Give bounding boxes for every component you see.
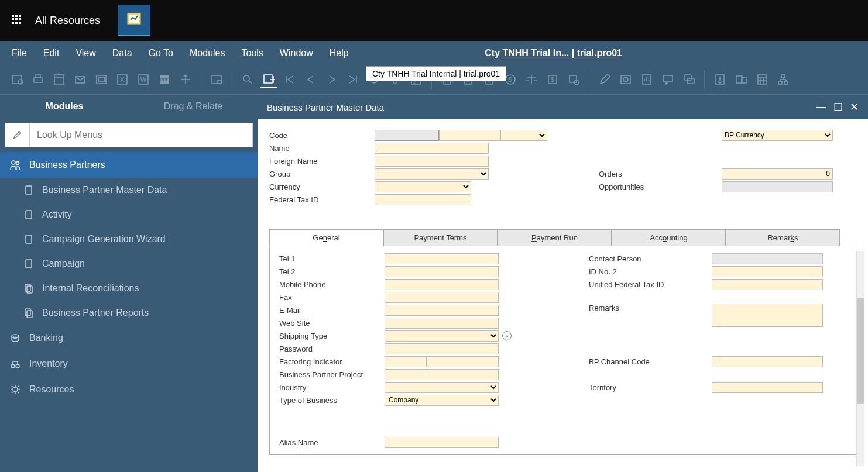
nav-item-bp-reports[interactable]: Business Partner Reports <box>0 301 258 325</box>
toolbar-money2-icon[interactable]: $ <box>544 71 561 88</box>
input-factoring-1[interactable] <box>385 356 427 367</box>
menu-edit[interactable]: Edit <box>43 48 60 58</box>
maximize-icon[interactable]: ☐ <box>833 101 843 113</box>
nav-item-campaign-wizard[interactable]: Campaign Generation Wizard <box>0 227 258 251</box>
toolbar-tree-icon[interactable] <box>775 71 791 88</box>
toolbar-search2-icon[interactable] <box>565 71 582 88</box>
menu-help[interactable]: Help <box>330 48 349 58</box>
menu-tools[interactable]: Tools <box>241 48 263 58</box>
input-unified-tax[interactable] <box>712 279 823 290</box>
input-tel2[interactable] <box>385 266 499 277</box>
toolbar-next-icon[interactable] <box>324 71 340 88</box>
input-tel1[interactable] <box>385 253 499 264</box>
toolbar-edit-icon[interactable] <box>596 71 613 88</box>
toolbar-first-icon[interactable] <box>282 71 298 88</box>
shipping-indicator-icon[interactable]: ≡ <box>502 331 512 340</box>
toolbar-pdf-icon[interactable]: PDF <box>156 71 173 88</box>
tab-general[interactable]: General <box>269 229 383 246</box>
nav-item-bp-master-data[interactable]: Business Partner Master Data <box>0 178 258 202</box>
nav-item-campaign[interactable]: Campaign <box>0 251 258 276</box>
scrollbar[interactable] <box>856 251 864 466</box>
input-mobile[interactable] <box>385 279 499 290</box>
toolbar-report-icon[interactable] <box>639 71 655 88</box>
nav-item-activity[interactable]: Activity <box>0 202 258 227</box>
tab-payment-terms[interactable]: Payment Terms <box>383 229 498 246</box>
toolbar-preview-icon[interactable] <box>9 71 25 88</box>
toolbar-chat-icon[interactable] <box>660 71 676 88</box>
input-name[interactable] <box>375 143 489 154</box>
toolbar-lock-icon[interactable] <box>208 71 225 88</box>
input-idno2[interactable] <box>712 266 823 277</box>
input-website[interactable] <box>385 318 499 329</box>
label-bp-project: Business Partner Project <box>279 370 385 379</box>
toolbar-window-icon[interactable] <box>93 71 109 88</box>
sidebar: Modules Drag & Relate Business Partners … <box>0 95 258 472</box>
toolbar-chat2-icon[interactable] <box>681 71 697 88</box>
toolbar-find-icon[interactable] <box>239 71 256 88</box>
toolbar-last-icon[interactable] <box>345 71 361 88</box>
nav-business-partners[interactable]: Business Partners <box>0 152 258 178</box>
toolbar-settings-icon[interactable] <box>617 71 634 88</box>
app-icon[interactable] <box>118 5 150 36</box>
input-foreign-name[interactable] <box>375 156 489 167</box>
select-group[interactable] <box>375 168 489 180</box>
input-password[interactable] <box>385 343 499 354</box>
menu-modules[interactable]: Modules <box>190 48 225 58</box>
input-contact-person[interactable] <box>712 253 823 264</box>
menu-data[interactable]: Data <box>112 48 132 58</box>
tab-remarks[interactable]: Remarks <box>726 229 840 246</box>
toolbar-print-icon[interactable] <box>30 71 46 88</box>
menu-file[interactable]: File <box>12 48 27 58</box>
sidebar-tab-dragrelate[interactable]: Drag & Relate <box>129 95 258 118</box>
apps-grid-icon[interactable] <box>12 15 23 26</box>
input-code[interactable] <box>439 130 500 141</box>
toolbar-prev-icon[interactable] <box>303 71 319 88</box>
input-federal-tax-id[interactable] <box>375 194 471 205</box>
toolbar-email-icon[interactable] <box>72 71 88 88</box>
nav-group-inventory[interactable]: Inventory <box>0 351 258 377</box>
toolbar-calc-icon[interactable] <box>754 71 770 88</box>
nav-group-resources[interactable]: Resources <box>0 377 258 402</box>
select-shipping[interactable] <box>385 330 499 342</box>
select-currency[interactable] <box>375 181 471 192</box>
input-remarks[interactable] <box>712 304 823 327</box>
input-orders[interactable] <box>722 168 833 180</box>
toolbar-alert-icon[interactable] <box>712 71 728 88</box>
search-input[interactable] <box>29 123 253 147</box>
input-bp-channel[interactable] <box>712 356 823 367</box>
search-tool-icon[interactable] <box>5 123 29 147</box>
nav-group-banking[interactable]: $ Banking <box>0 325 258 351</box>
menu-goto[interactable]: Go To <box>149 48 173 58</box>
toolbar-link-icon[interactable] <box>733 71 749 88</box>
select-industry[interactable] <box>385 382 499 393</box>
select-code-suffix[interactable] <box>500 130 547 141</box>
toolbar-layout-icon[interactable] <box>51 71 67 88</box>
sidebar-tab-modules[interactable]: Modules <box>0 95 129 118</box>
tab-accounting[interactable]: Accounting <box>612 229 726 246</box>
label-unified-tax: Unified Federal Tax ID <box>589 280 712 289</box>
input-factoring-2[interactable] <box>427 356 499 367</box>
toolbar-scale-icon[interactable] <box>523 71 540 88</box>
tab-payment-run[interactable]: Payment Run <box>498 229 612 246</box>
input-territory[interactable] <box>712 382 823 393</box>
nav-item-internal-reconciliations[interactable]: Internal Reconciliations <box>0 276 258 301</box>
input-fax[interactable] <box>385 292 499 303</box>
all-resources-label[interactable]: All Resources <box>35 15 100 27</box>
select-bp-currency[interactable]: BP Currency <box>722 130 833 141</box>
toolbar-word-icon[interactable]: W <box>135 71 152 88</box>
toolbar-add-icon[interactable] <box>260 71 277 88</box>
toolbar-excel-icon[interactable]: X <box>114 71 131 88</box>
input-bp-project[interactable] <box>385 369 499 380</box>
toolbar-move-icon[interactable] <box>177 71 194 88</box>
company-title[interactable]: Cty TNHH Trial In... | trial.pro01 <box>485 48 622 58</box>
input-email[interactable] <box>385 305 499 316</box>
menu-window[interactable]: Window <box>280 48 313 58</box>
input-alias[interactable] <box>385 437 499 448</box>
input-code-type[interactable] <box>375 130 439 141</box>
input-opportunities[interactable] <box>722 181 833 192</box>
menu-view[interactable]: View <box>76 48 95 58</box>
label-tel2: Tel 2 <box>279 267 385 276</box>
minimize-icon[interactable]: — <box>816 101 826 113</box>
select-type-business[interactable]: Company <box>385 395 499 406</box>
close-icon[interactable]: ✕ <box>850 101 859 113</box>
